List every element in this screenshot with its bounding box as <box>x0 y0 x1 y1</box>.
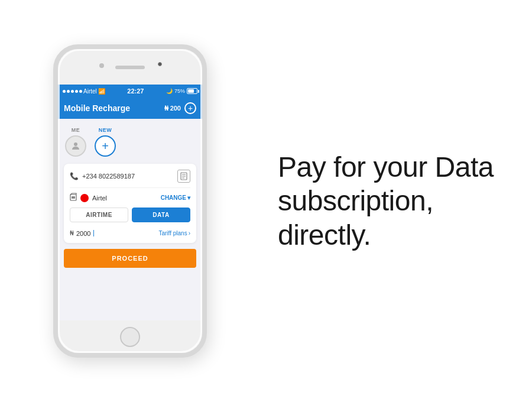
tariff-plans-link[interactable]: Tariff plans › <box>158 230 190 236</box>
form-card: 📞 +234 8022589187 <box>64 164 196 243</box>
contact-row: ME NEW + <box>64 125 196 159</box>
type-toggle-row: AIRTIME DATA <box>70 208 190 222</box>
chevron-down-icon: ▾ <box>187 194 190 201</box>
airtime-toggle[interactable]: AIRTIME <box>70 208 128 222</box>
tagline-line3: directly. <box>278 218 494 252</box>
wifi-icon: 📶 <box>98 88 105 95</box>
tagline-line1: Pay for your Data <box>278 150 494 184</box>
app-content: ME NEW + <box>58 119 202 320</box>
chevron-right-icon: › <box>189 230 190 236</box>
carrier-name: Airtel <box>92 194 107 202</box>
change-label: CHANGE <box>161 194 186 201</box>
phone-number-value: +234 8022589187 <box>82 173 135 180</box>
balance-display: ₦ 200 <box>164 105 181 112</box>
scene: Airtel 📶 22:27 🌙 75% Mobile Recharge <box>0 0 532 402</box>
phone-screen: Airtel 📶 22:27 🌙 75% Mobile Recharge <box>58 85 202 320</box>
amount-value: 2000 <box>76 230 90 237</box>
header-right: ₦ 200 + <box>164 102 196 114</box>
app-header: Mobile Recharge ₦ 200 + <box>58 98 202 119</box>
tagline-line2: subscription, <box>278 184 494 218</box>
me-label: ME <box>72 127 80 133</box>
speaker <box>115 66 145 69</box>
camera <box>99 63 104 68</box>
signal-icon <box>63 90 82 93</box>
tariff-label: Tariff plans <box>158 230 187 236</box>
add-button[interactable]: + <box>184 102 196 114</box>
new-contact: NEW + <box>95 127 116 157</box>
amount-row: ₦ 2000 Tariff plans › <box>70 227 190 237</box>
phone-top-hardware <box>58 49 202 85</box>
phone-icon: 📞 <box>70 172 79 180</box>
phone: Airtel 📶 22:27 🌙 75% Mobile Recharge <box>53 44 207 358</box>
phone-bottom-hardware <box>58 320 202 353</box>
front-camera <box>158 62 162 66</box>
mute-button <box>53 114 54 129</box>
app-title: Mobile Recharge <box>64 103 130 113</box>
moon-icon: 🌙 <box>166 88 173 94</box>
text-cursor <box>93 230 94 236</box>
me-avatar[interactable] <box>65 135 86 157</box>
phonebook-icon[interactable] <box>177 170 190 183</box>
carrier-row: Airtel CHANGE ▾ <box>70 193 190 203</box>
carrier-left: Airtel <box>70 193 107 203</box>
volume-up-button <box>53 135 54 160</box>
data-toggle[interactable]: DATA <box>132 208 190 222</box>
change-button[interactable]: CHANGE ▾ <box>161 194 190 201</box>
tagline: Pay for your Data subscription, directly… <box>278 150 494 252</box>
battery-fill <box>188 89 194 93</box>
proceed-button[interactable]: PROCEED <box>64 249 196 268</box>
time-display: 22:27 <box>127 87 144 95</box>
new-contact-button[interactable]: + <box>95 135 116 157</box>
volume-down-button <box>53 165 54 190</box>
left-section: Airtel 📶 22:27 🌙 75% Mobile Recharge <box>6 44 254 358</box>
amount-left: ₦ 2000 <box>70 229 94 237</box>
svg-rect-6 <box>72 196 75 199</box>
new-label: NEW <box>99 127 112 133</box>
airtel-logo <box>80 194 89 202</box>
svg-point-0 <box>74 142 77 146</box>
phone-number-left: 📞 +234 8022589187 <box>70 172 135 180</box>
phone-number-row: 📞 +234 8022589187 <box>70 170 190 188</box>
power-button <box>206 141 207 176</box>
battery-percent: 75% <box>174 88 185 94</box>
status-bar: Airtel 📶 22:27 🌙 75% <box>58 85 202 98</box>
status-right: 🌙 75% <box>166 88 197 94</box>
home-button[interactable] <box>120 327 140 347</box>
right-section: Pay for your Data subscription, directly… <box>254 127 526 276</box>
me-contact: ME <box>65 127 86 157</box>
sim-icon <box>70 193 77 203</box>
carrier-label: Airtel <box>83 88 97 95</box>
status-left: Airtel 📶 <box>63 88 105 95</box>
battery-icon <box>187 88 197 94</box>
naira-symbol: ₦ <box>70 229 74 237</box>
